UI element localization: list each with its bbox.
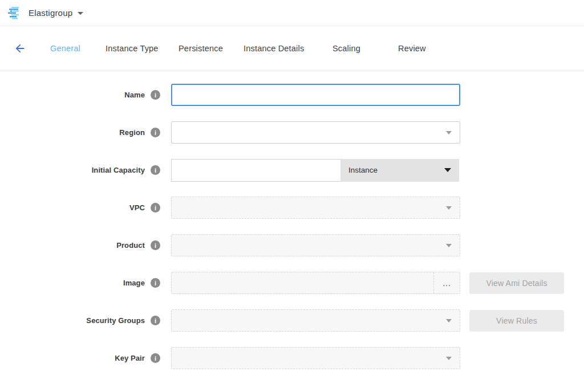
name-input[interactable] <box>171 84 460 106</box>
chevron-down-icon <box>446 319 452 322</box>
product-switcher-label[interactable]: Elastigroup <box>29 8 72 18</box>
image-info-icon[interactable]: i <box>151 278 160 288</box>
tab-instance-type[interactable]: Instance Type <box>106 39 179 58</box>
wizard-tabbar: General Instance Type Persistence Instan… <box>0 26 584 71</box>
tab-review[interactable]: Review <box>398 39 444 58</box>
key-pair-info-icon[interactable]: i <box>151 353 160 363</box>
form-row-initial-capacity: Initial Capacity i Instance <box>0 159 584 181</box>
region-select[interactable] <box>171 121 460 144</box>
name-info-icon[interactable]: i <box>151 90 160 100</box>
capacity-unit-value: Instance <box>348 166 378 174</box>
security-groups-info-icon[interactable]: i <box>151 316 160 325</box>
chevron-down-icon <box>444 168 451 172</box>
image-input-group: ... <box>171 272 460 294</box>
security-groups-label: Security Groups <box>86 316 145 325</box>
chevron-down-icon[interactable] <box>78 12 83 15</box>
image-label: Image <box>123 279 145 287</box>
form-row-region: Region i <box>0 121 584 144</box>
elastigroup-logo-icon <box>8 7 22 19</box>
form-row-vpc: VPC i <box>0 197 584 219</box>
view-ami-details-button[interactable]: View Ami Details <box>469 272 564 294</box>
chevron-down-icon <box>446 131 452 134</box>
product-label: Product <box>116 241 145 250</box>
vpc-select <box>171 197 460 219</box>
chevron-down-icon <box>446 206 452 210</box>
region-label: Region <box>119 128 145 137</box>
tab-persistence[interactable]: Persistence <box>179 39 244 58</box>
image-browse-button: ... <box>433 272 460 293</box>
key-pair-select <box>171 347 460 369</box>
form-row-image: Image i ... View Ami Details <box>0 272 584 294</box>
security-groups-select <box>171 309 460 332</box>
name-label: Name <box>124 91 145 99</box>
vpc-label: VPC <box>129 203 145 212</box>
product-info-icon[interactable]: i <box>151 240 160 250</box>
product-select <box>171 234 460 256</box>
image-input-value <box>172 272 433 293</box>
view-rules-button[interactable]: View Rules <box>469 310 564 332</box>
tab-scaling[interactable]: Scaling <box>332 39 398 58</box>
initial-capacity-info-icon[interactable]: i <box>151 165 160 175</box>
form-row-key-pair: Key Pair i <box>0 347 584 369</box>
back-arrow-icon <box>14 42 26 55</box>
vpc-info-icon[interactable]: i <box>151 203 160 213</box>
region-info-icon[interactable]: i <box>151 128 160 137</box>
capacity-unit-select[interactable]: Instance <box>340 159 459 182</box>
tab-instance-details[interactable]: Instance Details <box>244 39 332 58</box>
chevron-down-icon <box>446 244 452 247</box>
chevron-down-icon <box>446 357 452 360</box>
form-row-name: Name i <box>0 84 584 106</box>
initial-capacity-label: Initial Capacity <box>92 166 145 174</box>
general-settings-form: Name i Region i Initial Capacity i Inst <box>0 71 584 369</box>
tab-general[interactable]: General <box>50 39 106 58</box>
form-row-security-groups: Security Groups i View Rules <box>0 309 584 332</box>
form-row-product: Product i <box>0 234 584 256</box>
initial-capacity-input[interactable] <box>171 159 340 182</box>
topbar: Elastigroup <box>0 0 584 26</box>
wizard-tabs: General Instance Type Persistence Instan… <box>50 39 444 58</box>
key-pair-label: Key Pair <box>115 354 145 362</box>
back-button[interactable] <box>13 41 27 56</box>
